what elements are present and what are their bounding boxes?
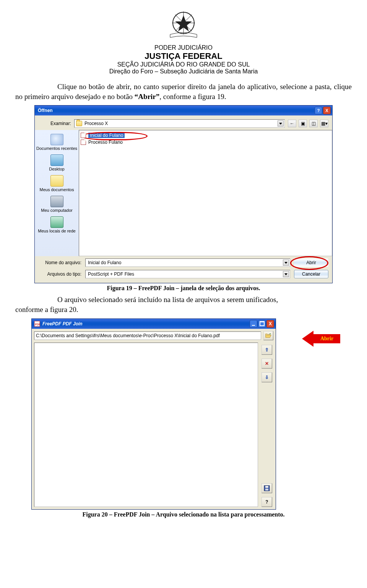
- place-recent-docs[interactable]: Documentos recentes: [36, 132, 77, 152]
- paragraph-2: O arquivo selecionado será incluído na l…: [15, 295, 352, 314]
- cancel-button[interactable]: Cancelar: [294, 270, 328, 278]
- figure-19-caption: Figura 19 – FreePDF Join – janela de sel…: [15, 285, 352, 292]
- header-line-4: Direção do Foro – Subseção Judiciária de…: [15, 68, 352, 75]
- callout-label: Abrir: [320, 336, 333, 342]
- svg-text:PDF: PDF: [35, 323, 41, 326]
- maximize-button[interactable]: [258, 320, 266, 328]
- svg-rect-10: [265, 489, 268, 491]
- p1-bold: “Abrir”: [135, 93, 159, 101]
- new-folder-icon[interactable]: ◫: [309, 120, 318, 127]
- arrow-left-icon: Abrir: [302, 331, 340, 347]
- dropdown-icon[interactable]: [278, 120, 284, 127]
- place-net-label: Meus locais de rede: [38, 229, 75, 233]
- folder-icon: [76, 121, 82, 126]
- open-file-button[interactable]: [263, 331, 273, 340]
- paragraph-1: Clique no botão de abrir, no canto super…: [15, 82, 352, 101]
- header-line-1: PODER JUDICIÁRIO: [15, 44, 352, 51]
- join-side-toolbar: ⇧ ✕ ⇩ ?: [260, 343, 276, 509]
- place-mycomp-label: Meu computador: [41, 208, 73, 213]
- place-recent-label: Documentos recentes: [36, 146, 77, 151]
- places-bar: Documentos recentes Desktop Meus documen…: [35, 130, 79, 256]
- lookin-combo[interactable]: Processo X: [74, 119, 285, 128]
- place-my-computer[interactable]: Meu computador: [36, 194, 77, 214]
- filename-value: Inicial do Fulano: [88, 260, 121, 265]
- letterhead: PODER JUDICIÁRIO JUSTIÇA FEDERAL SEÇÃO J…: [15, 8, 352, 75]
- move-up-button[interactable]: ⇧: [261, 345, 272, 355]
- place-desktop-label: Desktop: [49, 167, 64, 171]
- dialog-lookin-row: Examinar: Processo X ← ▣ ◫ ▦▾: [35, 115, 332, 130]
- dialog-title: Öffnen: [38, 108, 53, 113]
- filetype-value: PostScript + PDF Files: [88, 271, 134, 277]
- lookin-label: Examinar:: [39, 121, 71, 126]
- freepdf-join-window: PDF FreePDF PDF Join X C:\Documents and …: [31, 318, 276, 510]
- header-line-3: SEÇÃO JUDICIÁRIA DO RIO GRANDE DO SUL: [15, 61, 352, 68]
- file-list-pane[interactable]: Inicial do Fulano Processo Fulano: [79, 130, 332, 256]
- filetype-field[interactable]: PostScript + PDF Files: [85, 270, 290, 278]
- dropdown-icon[interactable]: [283, 271, 289, 277]
- back-icon[interactable]: ←: [288, 120, 296, 127]
- place-mydocs-label: Meus documentos: [40, 187, 74, 192]
- filename-label: Nome do arquivo:: [39, 260, 81, 265]
- join-path-field[interactable]: C:\Documents and Settings\ifrs\Meus docu…: [34, 331, 261, 340]
- save-icon: [264, 485, 270, 491]
- filetype-label: Arquivos do tipo:: [39, 271, 81, 277]
- minimize-button[interactable]: [250, 320, 257, 328]
- p2-line1: O arquivo selecionado será incluído na l…: [15, 295, 352, 305]
- help-button[interactable]: ?: [315, 107, 322, 114]
- dropdown-icon[interactable]: [283, 260, 289, 266]
- pdf-app-icon: PDF: [34, 321, 40, 327]
- close-button[interactable]: X: [323, 107, 331, 114]
- highlight-ellipse-icon: [81, 132, 148, 140]
- move-down-button[interactable]: ⇩: [261, 372, 272, 382]
- place-my-documents[interactable]: Meus documentos: [36, 174, 77, 193]
- join-titlebar: PDF FreePDF PDF Join X: [32, 319, 276, 329]
- p1-post: , conforme a figura 19.: [159, 93, 226, 101]
- join-toolbar: C:\Documents and Settings\ifrs\Meus docu…: [32, 329, 276, 343]
- open-button-label: Abrir: [306, 260, 316, 265]
- help-button[interactable]: ?: [261, 497, 272, 507]
- file-row-0[interactable]: Inicial do Fulano: [81, 132, 330, 139]
- abrir-callout: Abrir: [302, 331, 340, 347]
- close-button[interactable]: X: [266, 320, 274, 328]
- join-path-value: C:\Documents and Settings\ifrs\Meus docu…: [36, 333, 220, 338]
- figure-19: Öffnen ? X Examinar: Processo X ← ▣ ◫ ▦▾: [15, 105, 352, 292]
- open-file-dialog: Öffnen ? X Examinar: Processo X ← ▣ ◫ ▦▾: [34, 105, 333, 283]
- save-button[interactable]: [261, 483, 272, 493]
- dialog-titlebar: Öffnen ? X: [35, 106, 332, 115]
- file-1-label: Processo Fulano: [88, 140, 123, 145]
- join-title-text: FreePDF PDF Join: [42, 321, 83, 326]
- place-desktop[interactable]: Desktop: [36, 153, 77, 173]
- pdf-file-icon: [81, 140, 86, 145]
- place-network[interactable]: Meus locais de rede: [36, 215, 77, 235]
- open-button[interactable]: Abrir: [294, 258, 328, 267]
- open-folder-icon: [265, 333, 271, 338]
- remove-button[interactable]: ✕: [261, 359, 272, 369]
- views-icon[interactable]: ▦▾: [320, 120, 328, 127]
- svg-rect-9: [265, 486, 268, 488]
- pdf-file-icon: [81, 133, 86, 138]
- figure-20: PDF FreePDF PDF Join X C:\Documents and …: [15, 318, 352, 518]
- filename-field[interactable]: Inicial do Fulano: [85, 258, 290, 267]
- p2-line2: conforme a figura 20.: [15, 305, 352, 315]
- national-arms-icon: [15, 8, 352, 42]
- join-file-list[interactable]: [34, 343, 258, 507]
- figure-20-caption: Figura 20 – FreePDF Join – Arquivo selec…: [15, 511, 352, 518]
- dialog-nav-icons: ← ▣ ◫ ▦▾: [288, 120, 328, 127]
- header-line-2: JUSTIÇA FEDERAL: [15, 51, 352, 61]
- lookin-value: Processo X: [84, 121, 108, 126]
- up-folder-icon[interactable]: ▣: [299, 120, 307, 127]
